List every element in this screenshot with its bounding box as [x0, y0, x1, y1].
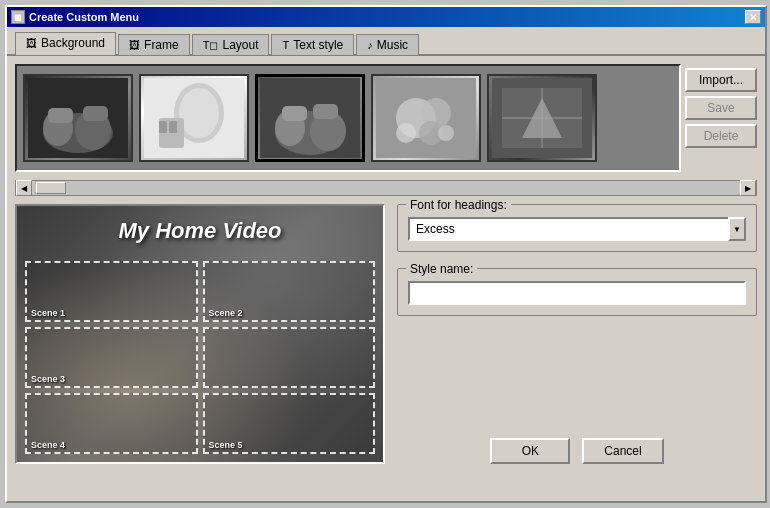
scene-5: Scene 5 [203, 393, 376, 454]
svg-rect-11 [169, 121, 177, 133]
font-headings-group: Font for headings: Excess ▼ [397, 204, 757, 252]
font-headings-legend: Font for headings: [406, 198, 511, 212]
scene-1: Scene 1 [25, 261, 198, 322]
svg-point-22 [396, 123, 416, 143]
style-name-input[interactable] [408, 281, 746, 305]
svg-rect-16 [282, 106, 307, 121]
preview-area: My Home Video Scene 1 Scene 2 Scene 3 [15, 204, 385, 464]
title-bar-content: ▦ Create Custom Menu [11, 10, 139, 24]
thumbnail-section: Import... Save Delete [15, 64, 757, 172]
scene-1-label: Scene 1 [31, 308, 65, 318]
frame-tab-icon: 🖼 [129, 39, 140, 51]
style-name-legend: Style name: [406, 262, 477, 276]
scene-4-label: Scene 4 [31, 440, 65, 450]
font-dropdown-wrapper: Excess ▼ [408, 217, 746, 241]
scrollbar-row: ◀ ▶ [15, 180, 757, 196]
preview-title: My Home Video [17, 206, 383, 252]
style-name-group: Style name: [397, 268, 757, 316]
cancel-button[interactable]: Cancel [582, 438, 663, 464]
tab-frame[interactable]: 🖼 Frame [118, 34, 190, 55]
thumb-2-inner [141, 76, 247, 160]
tab-background[interactable]: 🖼 Background [15, 32, 116, 55]
scroll-right-arrow[interactable]: ▶ [740, 180, 756, 196]
thumbnail-3[interactable] [255, 74, 365, 162]
close-button[interactable]: ✕ [745, 10, 761, 24]
tab-frame-label: Frame [144, 38, 179, 52]
font-heading-dropdown[interactable]: Excess [408, 217, 746, 241]
svg-rect-17 [313, 104, 338, 119]
svg-point-23 [438, 125, 454, 141]
scene-4: Scene 4 [25, 393, 198, 454]
tab-music-label: Music [377, 38, 408, 52]
right-panel: Font for headings: Excess ▼ Style name: … [397, 204, 757, 464]
scene-3b [203, 327, 376, 388]
thumbnail-1[interactable] [23, 74, 133, 162]
scene-3a: Scene 3 [25, 327, 198, 388]
tab-layout-label: Layout [222, 38, 258, 52]
save-button[interactable]: Save [685, 96, 757, 120]
thumb-3-inner [258, 77, 362, 159]
background-tab-icon: 🖼 [26, 37, 37, 49]
music-tab-icon: ♪ [367, 39, 373, 51]
layout-tab-icon: T◻ [203, 39, 219, 52]
bottom-buttons: OK Cancel [397, 438, 757, 464]
side-buttons: Import... Save Delete [685, 64, 757, 148]
delete-button[interactable]: Delete [685, 124, 757, 148]
main-section: My Home Video Scene 1 Scene 2 Scene 3 [15, 204, 757, 464]
import-button[interactable]: Import... [685, 68, 757, 92]
window-icon: ▦ [11, 10, 25, 24]
title-bar: ▦ Create Custom Menu ✕ [7, 7, 765, 27]
ok-button[interactable]: OK [490, 438, 570, 464]
main-window: ▦ Create Custom Menu ✕ 🖼 Background 🖼 Fr… [5, 5, 767, 503]
thumb-1-inner [25, 76, 131, 160]
textstyle-tab-icon: T [282, 39, 289, 51]
scroll-thumb[interactable] [36, 182, 66, 194]
scroll-track[interactable] [34, 182, 738, 194]
svg-rect-10 [159, 121, 167, 133]
scene-2-label: Scene 2 [209, 308, 243, 318]
tab-textstyle-label: Text style [293, 38, 343, 52]
scroll-left-arrow[interactable]: ◀ [16, 180, 32, 196]
svg-rect-4 [48, 108, 73, 123]
thumb-4-inner [373, 76, 479, 160]
thumbnail-2[interactable] [139, 74, 249, 162]
thumbnail-5[interactable] [487, 74, 597, 162]
font-dropdown-arrow[interactable]: ▼ [728, 217, 746, 241]
tab-music[interactable]: ♪ Music [356, 34, 419, 55]
scene-5-label: Scene 5 [209, 440, 243, 450]
scene-grid: Scene 1 Scene 2 Scene 3 [25, 261, 375, 454]
scene-3a-label: Scene 3 [31, 374, 65, 384]
tabs-bar: 🖼 Background 🖼 Frame T◻ Layout T Text st… [7, 27, 765, 56]
thumbnail-strip [15, 64, 681, 172]
svg-point-8 [179, 88, 219, 138]
tab-textstyle[interactable]: T Text style [271, 34, 354, 55]
scene-3-row: Scene 3 [25, 327, 375, 388]
svg-rect-5 [83, 106, 108, 121]
scene-2: Scene 2 [203, 261, 376, 322]
tab-background-label: Background [41, 36, 105, 50]
tab-layout[interactable]: T◻ Layout [192, 34, 270, 55]
content-area: Import... Save Delete ◀ ▶ My Home Video [7, 56, 765, 472]
thumbnail-4[interactable] [371, 74, 481, 162]
thumb-5-inner [489, 76, 595, 160]
window-title: Create Custom Menu [29, 11, 139, 23]
